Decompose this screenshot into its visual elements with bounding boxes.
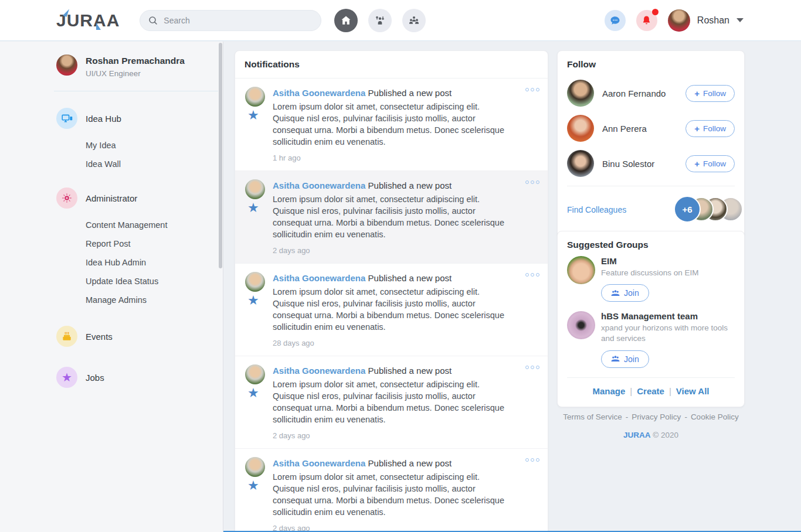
notification-item[interactable]: ★ Asitha Goonewardena Published a new po… <box>235 171 548 264</box>
notification-badge <box>652 9 659 15</box>
juraa-logo[interactable]: JURAA <box>56 11 120 30</box>
sidebar-item-idea-wall[interactable]: Idea Wall <box>86 155 223 173</box>
avatar <box>567 150 594 177</box>
view-all-link[interactable]: View All <box>676 386 710 396</box>
terms-link[interactable]: Terms of Service <box>563 412 622 421</box>
notification-body: Lorem ipsum dolor sit amet, consectetur … <box>273 378 513 425</box>
search-icon <box>148 16 158 25</box>
item-options-button[interactable] <box>525 366 539 369</box>
follow-button-label: Follow <box>703 159 726 168</box>
user-menu[interactable]: Roshan <box>668 9 744 32</box>
person-name: Binu Solestor <box>602 159 677 169</box>
notifications-title: Notifications <box>235 51 548 79</box>
sidebar-profile[interactable]: Roshan Premachandra UI/UX Engineer <box>0 42 223 78</box>
sidebar-item-idea-hub[interactable]: Idea Hub <box>0 101 223 136</box>
avatar <box>245 272 265 292</box>
item-options-button[interactable] <box>525 180 539 184</box>
sidebar-scrollbar[interactable] <box>219 43 222 268</box>
manage-link[interactable]: Manage <box>592 386 625 396</box>
avatar <box>245 364 265 384</box>
timestamp: 2 days ago <box>273 431 524 440</box>
sidebar-item-jobs[interactable]: ★ Jobs <box>0 360 223 395</box>
chevron-down-icon <box>736 18 744 22</box>
administrator-submenu: Content Management Report Post Idea Hub … <box>0 216 223 309</box>
separator: | <box>664 386 676 396</box>
author-link[interactable]: Asitha Goonewardena <box>273 88 365 98</box>
separator: | <box>625 386 637 396</box>
action-text: Published a new post <box>368 366 452 376</box>
suggested-groups-panel: Suggested Groups EIM Feature discussions… <box>557 231 745 407</box>
author-link[interactable]: Asitha Goonewardena <box>273 366 365 376</box>
star-icon: ★ <box>247 202 259 214</box>
separator: - <box>622 412 632 421</box>
notification-body: Lorem ipsum dolor sit amet, consectetur … <box>273 471 513 518</box>
notification-item[interactable]: ★ Asitha Goonewardena Published a new po… <box>235 264 548 356</box>
join-button-label: Join <box>624 288 639 298</box>
action-text: Published a new post <box>368 458 452 468</box>
sidebar-item-idea-hub-admin[interactable]: Idea Hub Admin <box>86 253 223 272</box>
author-link[interactable]: Asitha Goonewardena <box>273 458 365 468</box>
home-icon <box>340 15 352 26</box>
search-bar[interactable] <box>140 10 321 31</box>
find-colleagues-row: Find Colleagues +6 <box>567 186 735 234</box>
star-icon: ★ <box>247 294 259 307</box>
sidebar-item-label: Jobs <box>86 373 104 383</box>
join-button[interactable]: Join <box>601 350 649 368</box>
group-description: Feature discussions on EIM <box>601 268 738 278</box>
sidebar-item-my-idea[interactable]: My Idea <box>86 136 223 155</box>
item-options-button[interactable] <box>525 458 539 462</box>
sidebar: Roshan Premachandra UI/UX Engineer Idea … <box>0 42 223 532</box>
follow-panel: Follow Aaron Fernando + Follow Ann Perer… <box>557 50 745 237</box>
groups-button[interactable] <box>402 9 426 32</box>
messages-button[interactable] <box>605 10 626 31</box>
separator: - <box>681 412 691 421</box>
author-link[interactable]: Asitha Goonewardena <box>273 273 365 283</box>
follow-button[interactable]: + Follow <box>685 120 735 137</box>
gear-icon <box>61 192 73 204</box>
author-link[interactable]: Asitha Goonewardena <box>273 180 365 190</box>
notification-item[interactable]: ★ Asitha Goonewardena Published a new po… <box>235 449 548 532</box>
bell-icon <box>641 15 652 26</box>
notification-item[interactable]: ★ Asitha Goonewardena Published a new po… <box>235 79 548 171</box>
chat-icon <box>609 15 621 26</box>
person-arrows-icon <box>374 15 386 26</box>
sidebar-item-content-management[interactable]: Content Management <box>86 216 223 234</box>
action-text: Published a new post <box>368 180 452 190</box>
cookie-link[interactable]: Cookie Policy <box>691 412 739 421</box>
copyright-brand: JURAA <box>623 431 651 439</box>
sidebar-item-administrator[interactable]: Administrator <box>0 180 223 216</box>
copyright: JURAA © 2020 <box>557 431 745 439</box>
follow-button[interactable]: + Follow <box>685 155 735 172</box>
follow-button[interactable]: + Follow <box>685 85 735 102</box>
person-row: Binu Solestor + Follow <box>567 146 735 181</box>
group-row: EIM Feature discussions on EIM Join <box>567 256 735 302</box>
sidebar-item-events[interactable]: Events <box>0 319 223 354</box>
plus-icon: + <box>694 159 700 168</box>
colleagues-avatar-stack[interactable]: +6 <box>674 196 735 224</box>
sidebar-item-report-post[interactable]: Report Post <box>86 234 223 253</box>
notification-item[interactable]: ★ Asitha Goonewardena Published a new po… <box>235 356 548 449</box>
create-link[interactable]: Create <box>637 386 664 396</box>
person-name: Ann Perera <box>602 124 677 134</box>
person-row: Ann Perera + Follow <box>567 111 735 146</box>
user-name: Roshan <box>697 15 729 26</box>
search-input[interactable] <box>164 16 304 25</box>
avatar <box>567 80 594 107</box>
item-options-button[interactable] <box>525 88 539 91</box>
avatar <box>567 311 595 339</box>
notifications-button[interactable] <box>636 10 657 31</box>
join-button-label: Join <box>624 354 639 364</box>
profile-name: Roshan Premachandra <box>86 54 185 66</box>
notifications-panel: Notifications ★ Asitha Goonewardena Publ… <box>235 50 548 532</box>
avatar <box>668 9 690 32</box>
find-colleagues-link[interactable]: Find Colleagues <box>567 205 674 214</box>
sidebar-item-update-idea-status[interactable]: Update Idea Status <box>86 272 223 291</box>
join-button[interactable]: Join <box>601 284 649 302</box>
connections-button[interactable] <box>368 9 392 32</box>
sidebar-item-manage-admins[interactable]: Manage Admins <box>86 291 223 309</box>
privacy-link[interactable]: Privacy Policy <box>632 412 681 421</box>
home-button[interactable] <box>334 9 358 32</box>
top-header: JURAA <box>0 0 801 41</box>
avatar <box>245 179 265 199</box>
item-options-button[interactable] <box>525 273 539 277</box>
